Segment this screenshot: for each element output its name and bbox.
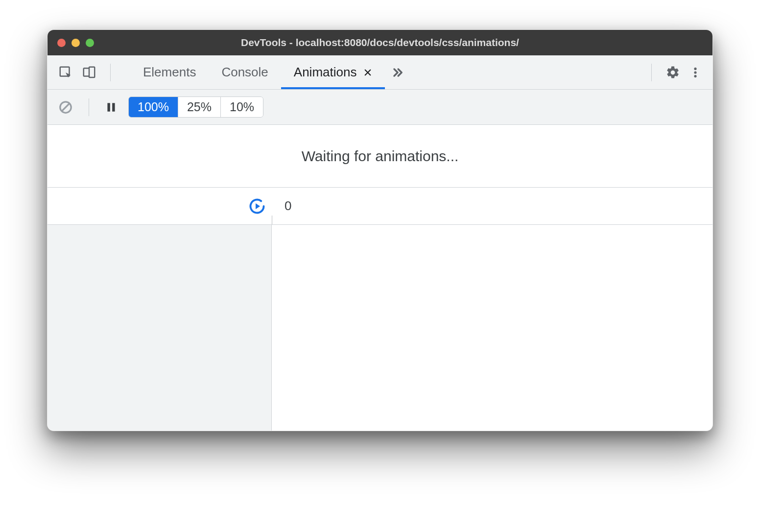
replay-icon[interactable] — [248, 197, 266, 215]
timeline-start-label: 0 — [285, 198, 291, 214]
speed-10[interactable]: 10% — [220, 97, 263, 117]
timeline-canvas[interactable] — [272, 225, 712, 431]
separator — [110, 64, 111, 81]
maximize-window-button[interactable] — [86, 39, 94, 47]
tab-label: Animations — [294, 65, 357, 80]
more-tabs-button[interactable] — [385, 55, 410, 89]
close-window-button[interactable] — [57, 39, 66, 47]
timeline-header-left — [48, 188, 272, 224]
minimize-window-button[interactable] — [71, 39, 80, 47]
devtools-window: DevTools - localhost:8080/docs/devtools/… — [47, 29, 713, 431]
playback-speed-group: 100% 25% 10% — [128, 97, 263, 118]
window-title: DevTools - localhost:8080/docs/devtools/… — [48, 37, 712, 48]
inspect-element-icon[interactable] — [58, 65, 73, 80]
panel-tabs: Elements Console Animations — [126, 55, 636, 89]
speed-25[interactable]: 25% — [178, 97, 220, 117]
svg-point-3 — [694, 67, 696, 70]
speed-100[interactable]: 100% — [129, 97, 178, 117]
animation-controls-bar: 100% 25% 10% — [48, 90, 712, 125]
titlebar: DevTools - localhost:8080/docs/devtools/… — [48, 30, 712, 55]
timeline-body — [48, 225, 712, 431]
kebab-menu-icon[interactable] — [689, 65, 702, 80]
svg-point-4 — [694, 71, 696, 73]
timeline-tick-zero — [272, 216, 272, 224]
tab-animations[interactable]: Animations — [281, 55, 385, 89]
tab-console[interactable]: Console — [209, 55, 281, 89]
tab-label: Elements — [143, 65, 196, 80]
timeline-header: 0 — [48, 188, 712, 225]
close-tab-icon[interactable] — [363, 68, 372, 77]
separator — [89, 98, 89, 116]
svg-rect-7 — [107, 103, 110, 111]
svg-rect-8 — [112, 103, 115, 111]
waiting-message: Waiting for animations... — [48, 125, 712, 188]
timeline-header-right: 0 — [272, 188, 712, 224]
main-tabs-bar: Elements Console Animations — [48, 55, 712, 90]
traffic-lights — [57, 39, 94, 47]
chevron-double-right-icon — [391, 66, 404, 79]
svg-rect-2 — [89, 67, 95, 77]
right-toolbar-icons — [636, 55, 712, 89]
timeline-sidebar — [48, 225, 272, 431]
device-toggle-icon[interactable] — [82, 65, 96, 80]
tab-elements[interactable]: Elements — [130, 55, 209, 89]
gear-icon[interactable] — [665, 65, 680, 80]
clear-icon[interactable] — [58, 100, 73, 115]
separator — [651, 64, 652, 81]
left-toolbar-icons — [48, 55, 126, 89]
svg-point-5 — [694, 74, 696, 77]
pause-icon[interactable] — [105, 101, 118, 114]
tab-label: Console — [221, 65, 268, 80]
